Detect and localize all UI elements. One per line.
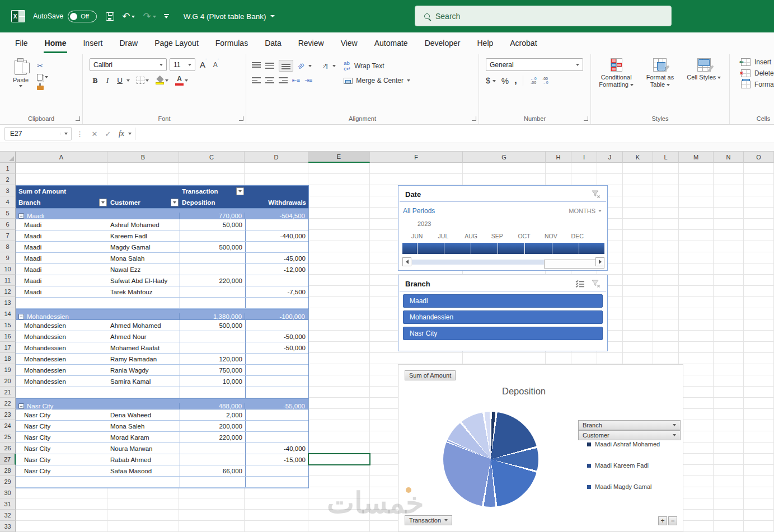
cell-grid[interactable]: Sum of Amount Transaction Branch Custome… — [16, 163, 774, 532]
pivot-cell[interactable]: Mona Saleh — [108, 421, 180, 431]
timeline-scrollbar[interactable] — [402, 257, 604, 267]
pivot-cell[interactable]: 2,000 — [180, 409, 245, 420]
row-header-32[interactable]: 32 — [0, 510, 16, 521]
pivot-cell[interactable]: -12,000 — [245, 264, 308, 275]
tab-file[interactable]: File — [7, 32, 36, 54]
pivot-group-cell[interactable]: −Maadi — [16, 213, 179, 219]
undo-button[interactable]: ↶ — [122, 11, 135, 22]
pie-chart[interactable] — [443, 412, 538, 507]
pivot-cell[interactable]: Maadi — [16, 286, 108, 297]
slicer-item-maadi[interactable]: Maadi — [403, 294, 603, 308]
italic-button[interactable]: I — [102, 76, 113, 85]
value-field-button[interactable]: Sum of Amount — [405, 370, 456, 380]
pivot-cell[interactable] — [16, 477, 108, 487]
pivot-cell[interactable] — [245, 465, 308, 476]
column-header-E[interactable]: E — [308, 152, 370, 163]
pivot-cell[interactable]: Samira Kamal — [108, 376, 180, 387]
pivot-cell[interactable]: Nasr City — [16, 465, 108, 476]
cell-styles-button[interactable]: Cell Styles — [682, 58, 726, 124]
pivot-cell[interactable]: Kareem Fadl — [108, 230, 180, 241]
font-color-dropdown-icon[interactable] — [185, 79, 188, 82]
pivot-cell[interactable] — [108, 477, 180, 487]
save-icon[interactable] — [106, 12, 114, 21]
row-header-21[interactable]: 21 — [0, 387, 16, 398]
collapse-icon[interactable]: − — [18, 213, 24, 219]
pivot-cell[interactable]: Tarek Mahfouz — [108, 286, 180, 297]
pivot-cell[interactable] — [245, 242, 308, 252]
name-box-dropdown-icon[interactable] — [60, 133, 71, 135]
undo-dropdown-icon[interactable] — [132, 16, 135, 18]
pivot-cell[interactable]: Magdy Gamal — [108, 242, 180, 252]
tab-review[interactable]: Review — [290, 32, 332, 54]
row-header-20[interactable]: 20 — [0, 375, 16, 387]
pivot-cell[interactable] — [180, 230, 245, 241]
tab-data[interactable]: Data — [256, 32, 290, 54]
row-header-9[interactable]: 9 — [0, 252, 16, 263]
tab-acrobat[interactable]: Acrobat — [501, 32, 545, 54]
pivot-cell[interactable]: Mohandessien — [16, 331, 108, 342]
merge-center-button[interactable]: Merge & Center — [344, 77, 410, 84]
number-format-select[interactable]: General — [486, 58, 583, 71]
paste-dropdown-icon[interactable] — [19, 85, 22, 87]
pivot-cell[interactable]: Safaa Masood — [108, 465, 180, 476]
cut-button[interactable]: ✂ — [37, 62, 48, 70]
column-header-C[interactable]: C — [179, 152, 245, 163]
row-header-13[interactable]: 13 — [0, 297, 16, 308]
pivot-cell[interactable]: Mohandessien — [16, 320, 108, 331]
pivot-cell[interactable]: 10,000 — [180, 376, 245, 387]
pivot-cell[interactable]: -50,000 — [245, 342, 308, 353]
row-header-18[interactable]: 18 — [0, 353, 16, 364]
search-input[interactable]: Search — [415, 6, 672, 26]
timeline-segment[interactable] — [471, 243, 498, 254]
row-header-7[interactable]: 7 — [0, 230, 16, 241]
timeline-segment[interactable] — [498, 243, 524, 254]
row-header-25[interactable]: 25 — [0, 431, 16, 442]
pivot-cell[interactable]: Nasr City — [16, 409, 108, 420]
align-right-button[interactable] — [279, 77, 288, 84]
pivot-cell[interactable]: 220,000 — [180, 275, 245, 286]
transaction-filter-button[interactable] — [236, 187, 244, 195]
row-header-5[interactable]: 5 — [0, 208, 16, 219]
format-as-table-button[interactable]: Format as Table — [638, 58, 682, 124]
customer-field-button[interactable]: Customer — [578, 430, 681, 440]
pivot-cell[interactable]: Maadi — [16, 230, 108, 241]
merge-center-dropdown-icon[interactable] — [407, 79, 410, 82]
pivot-cell[interactable]: Noura Marwan — [108, 443, 180, 454]
multi-select-icon[interactable] — [575, 280, 585, 288]
autosave-toggle[interactable]: Off — [68, 11, 97, 22]
copy-dropdown-icon[interactable] — [45, 76, 48, 78]
select-all-corner[interactable] — [0, 152, 16, 163]
column-header-A[interactable]: A — [16, 152, 107, 163]
comma-format-button[interactable]: , — [514, 78, 517, 83]
pivot-cell[interactable] — [180, 387, 245, 398]
autosave-control[interactable]: AutoSave Off — [33, 11, 97, 22]
row-header-23[interactable]: 23 — [0, 409, 16, 420]
pivot-cell[interactable]: -40,000 — [245, 443, 308, 454]
paste-button[interactable]: Paste — [8, 58, 34, 124]
timeline-selection-bar[interactable] — [402, 243, 604, 254]
tab-view[interactable]: View — [332, 32, 366, 54]
decrease-font-size-button[interactable]: Aˇ — [212, 60, 221, 69]
bold-button[interactable]: B — [90, 76, 101, 85]
chart-collapse-button[interactable]: − — [668, 516, 677, 525]
pivot-cell[interactable] — [245, 376, 308, 387]
row-header-24[interactable]: 24 — [0, 420, 16, 431]
copy-button[interactable] — [37, 74, 43, 81]
row-header-4[interactable]: 4 — [0, 196, 16, 208]
increase-indent-button[interactable]: ⇥≡ — [304, 77, 312, 83]
column-header-J[interactable]: J — [597, 152, 623, 163]
row-header-2[interactable]: 2 — [0, 174, 16, 185]
pivot-cell[interactable]: Nasr City — [16, 443, 108, 454]
title-dropdown-icon[interactable] — [270, 15, 275, 17]
row-header-22[interactable]: 22 — [0, 398, 16, 409]
pivot-chart[interactable]: Sum of Amount Deposition Branch Customer… — [398, 364, 683, 532]
branch-field-button[interactable]: Branch — [578, 420, 681, 430]
row-header-27[interactable]: 27 — [0, 454, 16, 465]
pivot-cell[interactable]: Ahmed Mohamed — [108, 320, 180, 331]
column-header-F[interactable]: F — [370, 152, 463, 163]
formula-dropdown-icon[interactable] — [128, 133, 132, 135]
tab-home[interactable]: Home — [36, 32, 75, 54]
tab-page-layout[interactable]: Page Layout — [146, 32, 207, 54]
bottom-align-button[interactable] — [279, 60, 293, 72]
decrease-indent-button[interactable]: ⇤≡ — [292, 77, 300, 83]
